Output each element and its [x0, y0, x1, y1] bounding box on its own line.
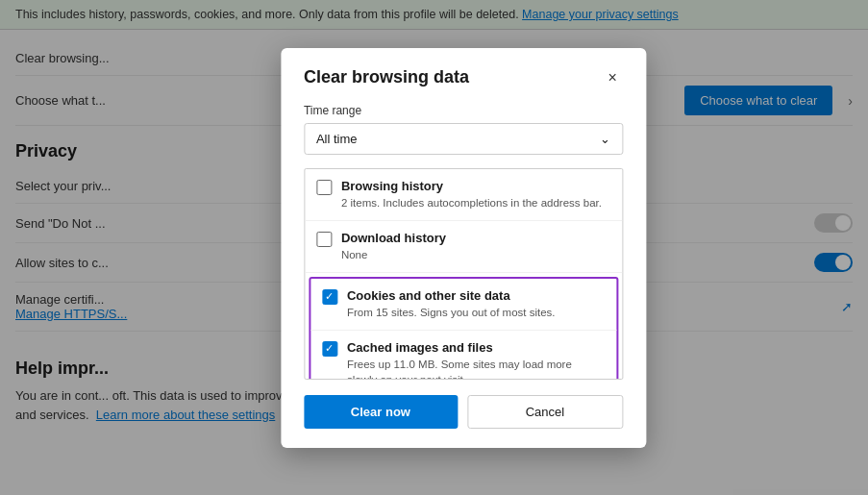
download-history-checkbox[interactable]	[316, 232, 332, 247]
cached-images-checkbox[interactable]	[322, 341, 337, 357]
browsing-history-item: Browsing history 2 items. Includes autoc…	[305, 169, 622, 221]
close-button[interactable]: ×	[603, 67, 623, 88]
cached-images-desc: Frees up 11.0 MB. Some sites may load mo…	[347, 357, 605, 380]
download-history-desc: None	[341, 247, 446, 262]
time-range-value: All time	[316, 132, 358, 146]
cached-images-item: Cached images and files Frees up 11.0 MB…	[310, 331, 616, 380]
dropdown-chevron-icon: ⌄	[600, 132, 610, 146]
cookies-label: Cookies and other site data	[347, 288, 556, 303]
highlighted-checkboxes-group: Cookies and other site data From 15 site…	[309, 277, 618, 380]
cookies-item: Cookies and other site data From 15 site…	[310, 279, 616, 331]
time-range-dropdown[interactable]: All time ⌄	[304, 123, 623, 155]
checkboxes-container: Browsing history 2 items. Includes autoc…	[304, 168, 623, 380]
cached-images-label: Cached images and files	[347, 340, 605, 355]
time-range-label: Time range	[304, 104, 623, 117]
cancel-button[interactable]: Cancel	[467, 395, 623, 429]
clear-browsing-data-modal: Clear browsing data × Time range All tim…	[281, 48, 646, 448]
modal-title: Clear browsing data	[304, 67, 469, 87]
clear-now-button[interactable]: Clear now	[304, 395, 458, 429]
browsing-history-label: Browsing history	[341, 179, 602, 193]
cookies-checkbox[interactable]	[322, 289, 337, 305]
cookies-desc: From 15 sites. Signs you out of most sit…	[347, 305, 556, 320]
modal-header: Clear browsing data ×	[304, 67, 623, 88]
browsing-history-desc: 2 items. Includes autocompletions in the…	[341, 195, 602, 210]
modal-footer: Clear now Cancel	[304, 395, 623, 429]
browsing-history-checkbox[interactable]	[316, 180, 332, 195]
download-history-label: Download history	[341, 231, 446, 245]
download-history-item: Download history None	[305, 221, 622, 273]
